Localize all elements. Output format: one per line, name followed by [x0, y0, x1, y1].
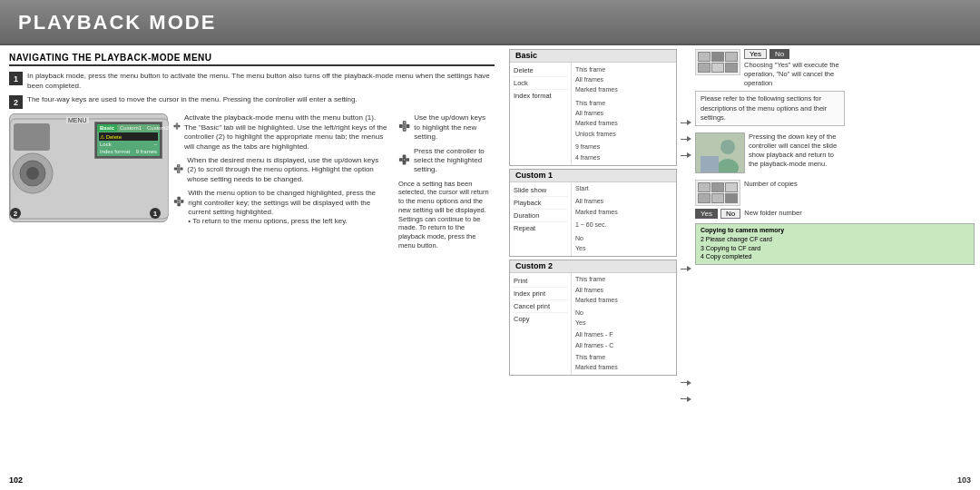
camera-menu-rows: ⚠ Delete Lock– Index format9 frames	[97, 132, 160, 156]
custom1-annotations: Pressing the down key of the controller …	[695, 132, 975, 173]
custom2-menu-panel: Custom 2 Print Index print Cancel print …	[509, 260, 677, 377]
yes-no-row-2: Yes No	[695, 209, 740, 219]
press-select-step: Press the controller to select the highl…	[398, 147, 491, 175]
camera-tab-basic: Basic	[97, 124, 117, 132]
c2-label-copy: Copy	[513, 313, 568, 325]
page-wrapper: PLAYBACK MODE NAVIGATING THE PLAYBACK-MO…	[0, 0, 980, 488]
svg-rect-19	[177, 197, 181, 201]
folder-label: New folder number	[744, 209, 801, 218]
c2-val-ip-no: No	[574, 308, 673, 318]
thumb-cells-1	[698, 52, 738, 73]
page-header: PLAYBACK MODE	[0, 0, 980, 45]
basic-arrows	[681, 118, 691, 160]
step-2-text: The four-way keys are used to move the c…	[27, 94, 358, 109]
arrow-basic-1	[681, 120, 691, 125]
arrow-c2-2	[681, 397, 691, 402]
svg-rect-29	[403, 124, 407, 128]
choosing-text: Choosing "Yes" will execute the operatio…	[744, 61, 853, 88]
controller-step-2-text: When the desired menu is displayed, use …	[187, 156, 389, 184]
copy-note-title: Copying to camera memory	[701, 227, 969, 233]
c1-label-repeat: Repeat	[513, 222, 568, 234]
custom1-menu-body: Slide show Playback Duration Repeat Star…	[510, 182, 676, 256]
no-button-1[interactable]: No	[769, 49, 789, 59]
basic-val-index-2: 4 frames	[574, 152, 673, 162]
c2-ann-row2: Yes No New folder number	[695, 209, 975, 220]
custom1-menu-title: Custom 1	[510, 170, 676, 182]
basic-val-lock-3: Marked frames	[574, 119, 673, 129]
svg-rect-21	[174, 200, 178, 203]
dpad-updown-icon	[398, 113, 410, 139]
custom1-menu-panel: Custom 1 Slide show Playback Duration Re…	[509, 169, 677, 257]
svg-point-4	[26, 167, 39, 180]
basic-val-delete-2: All frames	[574, 74, 673, 84]
c1-label-playback: Playback	[513, 197, 568, 210]
menu-label: MENU	[66, 117, 89, 123]
arrow-c2-1	[681, 380, 691, 386]
page-title: PLAYBACK MODE	[18, 11, 962, 34]
copy-note-item-1: 2 Please change CF card	[701, 235, 969, 244]
side-annotations: Yes No Choosing "Yes" will execute the o…	[695, 49, 975, 473]
svg-rect-32	[403, 154, 407, 158]
step-1: 1 In playback mode, press the menu butto…	[9, 71, 495, 91]
controller-step-3: With the menu option to be changed highl…	[173, 189, 389, 227]
svg-rect-15	[180, 167, 182, 170]
arrow-c1-1	[681, 266, 691, 271]
basic-label-index: Index format	[513, 90, 568, 102]
copies-label: Number of copies	[744, 180, 798, 189]
no-button-2[interactable]: No	[720, 209, 740, 219]
c2-val-marked: Marked frames	[574, 296, 673, 306]
thumb-cells-2	[698, 182, 738, 203]
controller-step-2: When the desired menu is displayed, use …	[173, 156, 389, 184]
custom2-menu-body: Print Index print Cancel print Copy This…	[510, 273, 676, 376]
basic-menu-labels: Delete Lock Index format	[510, 63, 572, 165]
custom1-menu-labels: Slide show Playback Duration Repeat	[510, 182, 572, 256]
c1-val-duration: 1 ~ 60 sec.	[574, 220, 673, 230]
svg-rect-41	[701, 156, 719, 172]
camera-tab-custom1: Custom1	[117, 124, 144, 132]
basic-val-lock-2: All frames	[574, 109, 673, 119]
slideshow-img-svg	[696, 133, 745, 173]
section-title: NAVIGATING THE PLAYBACK-MODE MENU	[9, 53, 495, 66]
camera-illustration: Basic Custom1 Custom2 ⚠ Delete Lock–	[9, 113, 168, 222]
thumb-cell	[711, 52, 724, 62]
dpad-icon-1	[173, 113, 181, 139]
once-selected-text: Once a setting has been selected, the cu…	[398, 180, 491, 250]
yes-button-2[interactable]: Yes	[695, 209, 718, 219]
basic-val-lock-4: Unlock frames	[574, 129, 673, 139]
use-updown-step: Use the up/down keys to highlight the ne…	[398, 113, 491, 142]
basic-menu-title: Basic	[510, 50, 676, 63]
thumb-cell	[711, 193, 724, 203]
basic-val-delete-1: This frame	[574, 64, 673, 74]
copy-note-box: Copying to camera memory 2 Please change…	[695, 223, 975, 265]
svg-rect-1	[14, 123, 50, 151]
basic-val-lock-1: This frame	[574, 98, 673, 108]
custom2-annotations: Number of copies Yes No New folder numbe…	[695, 180, 975, 265]
thumb-cell	[711, 182, 724, 192]
yes-button-1[interactable]: Yes	[744, 49, 767, 59]
basic-val-delete-3: Marked frames	[574, 85, 673, 95]
thumb-cell	[711, 63, 724, 73]
svg-rect-35	[406, 158, 409, 162]
step-1-text: In playback mode, press the menu button …	[27, 71, 495, 91]
c2-val-cp-f: All frames - F	[574, 330, 673, 340]
controller-step-3-text: With the menu option to be changed highl…	[188, 189, 389, 227]
svg-rect-23	[177, 200, 181, 203]
c2-val-ip-yes: Yes	[574, 318, 673, 328]
thumb-cell	[725, 63, 738, 73]
svg-rect-16	[177, 167, 180, 170]
menus-stack: Basic Delete Lock Index format This fram…	[509, 49, 677, 473]
c2-val-allframes: All frames	[574, 285, 673, 295]
svg-rect-33	[403, 161, 407, 164]
illustration-row: Basic Custom1 Custom2 ⚠ Delete Lock–	[9, 113, 495, 250]
step-2: 2 The four-way keys are used to move the…	[9, 94, 495, 109]
c1-label-slideshow: Slide show	[513, 184, 568, 197]
basic-menu-values: This frame All frames Marked frames This…	[572, 63, 676, 165]
c1-val-marked: Marked frames	[574, 207, 673, 217]
svg-rect-34	[399, 158, 403, 162]
controller-step-1-text: Activate the playback-mode menu with the…	[184, 113, 389, 152]
step-badge-2: 2	[9, 95, 23, 109]
arrow-basic-2	[681, 136, 691, 142]
basic-annotations: Yes No Choosing "Yes" will execute the o…	[695, 49, 975, 126]
svg-rect-7	[174, 125, 176, 127]
c2-val-copy-this: This frame	[574, 353, 673, 363]
